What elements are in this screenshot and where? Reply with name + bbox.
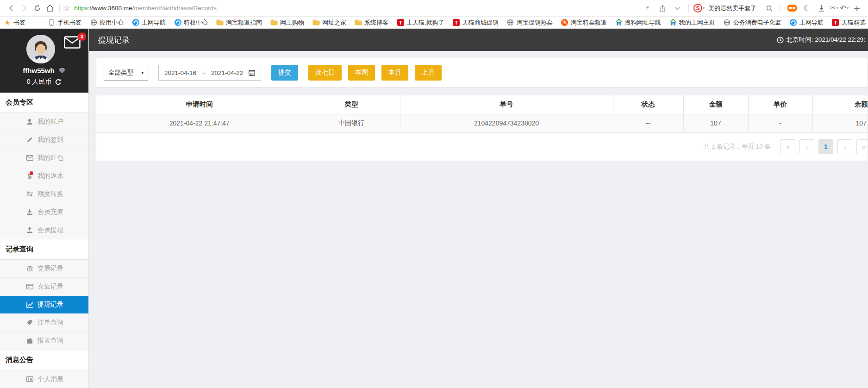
balance-refresh-icon[interactable]: [55, 79, 62, 85]
sogou-extension-icon[interactable]: S▾: [693, 2, 705, 15]
bookmark-item[interactable]: T天猫商城促销: [453, 19, 499, 27]
sidebar-item-deposit-records[interactable]: 充值记录: [0, 278, 88, 296]
bookmark-item[interactable]: 特权中心: [174, 19, 208, 27]
sidebar-item-withdrawal-records[interactable]: 提现记录: [0, 296, 88, 314]
bookmark-star-icon[interactable]: ☆: [63, 4, 70, 12]
filter-panel: 全部类型 ▾ 2021-04-16 ~ 2021-04-22 提交 近七日 本周…: [96, 58, 868, 88]
pagination-prev-button[interactable]: ‹: [799, 139, 814, 154]
tags-icon: [26, 319, 33, 326]
bookmark-item[interactable]: 上网导航: [790, 19, 824, 27]
page-title: 提现记录: [98, 35, 130, 45]
sidebar-item-bet-inquiry[interactable]: 注单查询: [0, 314, 88, 332]
sidebar-section-records: 记录查询: [0, 239, 88, 260]
back-icon[interactable]: [5, 2, 18, 15]
folder-icon: [216, 19, 224, 26]
folder-icon: [270, 19, 278, 26]
quick-range-thismonth-button[interactable]: 本月: [381, 65, 408, 81]
type-select[interactable]: 全部类型 ▾: [104, 65, 148, 81]
bookmark-item[interactable]: 淘淘宝特卖频道: [561, 19, 607, 27]
night-mode-icon[interactable]: ☾: [800, 2, 813, 15]
menu-plus-icon[interactable]: +: [850, 2, 863, 15]
cell-unit-price: -: [748, 114, 812, 132]
sidebar-item-label: 我的红包: [37, 154, 63, 162]
sidebar-item-withdraw[interactable]: 会员提现: [0, 221, 88, 239]
bookmark-item[interactable]: 淘宝促销热卖: [507, 19, 553, 27]
pagination-first-button[interactable]: «: [781, 139, 795, 154]
refresh-icon[interactable]: [31, 2, 44, 15]
sogou-nav-icon: [174, 19, 181, 26]
lightning-icon[interactable]: ⚡: [641, 2, 654, 15]
share-icon[interactable]: [656, 2, 669, 15]
sidebar-item-label: 充值记录: [37, 282, 63, 291]
search-icon[interactable]: [763, 2, 776, 15]
cell-amount: 107: [683, 114, 748, 132]
sidebar-item-label: 我的签到: [37, 136, 63, 144]
bookmark-item[interactable]: 淘宝频道指南: [216, 19, 262, 27]
sidebar-item-label: 个人消息: [37, 375, 63, 383]
sidebar-item-personal-messages[interactable]: 个人消息: [0, 370, 88, 388]
page-header: 提现记录 北京时间: 2021/04/22 22:29:: [89, 29, 868, 51]
globe-icon: [724, 19, 731, 26]
submit-button[interactable]: 提交: [271, 65, 298, 81]
pagination-page-1-button[interactable]: 1: [818, 139, 833, 154]
quick-range-lastmonth-button[interactable]: 上月: [415, 65, 442, 81]
sidebar-item-label: 我的返水: [37, 172, 63, 180]
calendar-icon: [249, 69, 255, 76]
bookmark-item[interactable]: T上天猫,就购了: [397, 19, 444, 27]
bookmark-item[interactable]: 公务消费电子化监: [724, 19, 781, 27]
sidebar-section-members: 会员专区: [0, 93, 88, 113]
sidebar-item-deposit[interactable]: 会员充值: [0, 203, 88, 221]
toolbar-divider: [59, 4, 60, 13]
messages-envelope-icon[interactable]: 0: [64, 36, 81, 49]
bookmark-item[interactable]: 系统博客: [355, 19, 388, 27]
bookmark-item[interactable]: T天猫精选: [832, 19, 866, 27]
bookmark-item[interactable]: ★书签: [4, 19, 25, 27]
screenshot-scissors-icon[interactable]: ✂▾: [830, 2, 838, 15]
withdrawal-records-table: 申请时间 类型 单号 状态 金额 单价 余额 2021-04-22 21:47:…: [96, 95, 868, 133]
bookmark-item[interactable]: 上网导航: [132, 19, 166, 27]
date-separator: ~: [202, 69, 206, 76]
bookmark-item[interactable]: 搜狗网址导航: [615, 19, 661, 27]
toolbar-divider: [688, 4, 689, 13]
sogou-nav-icon: [790, 19, 797, 26]
cell-balance: 107: [812, 114, 868, 132]
home-icon[interactable]: [44, 2, 56, 15]
col-balance: 余额: [812, 95, 868, 114]
undo-restore-icon[interactable]: ↶▾: [840, 2, 849, 15]
sidebar-item-my-checkin[interactable]: 我的签到: [0, 131, 88, 149]
pagination-last-button[interactable]: »: [856, 139, 868, 154]
envelope-icon: [26, 155, 33, 161]
balance-text: 0 人民币: [27, 78, 52, 86]
url-scheme: https: [74, 5, 87, 12]
forward-icon[interactable]: [18, 2, 31, 15]
url-host: ://www.3600.me: [88, 5, 132, 12]
bookmarks-bar: ★书签 手机书签 应用中心 上网导航 特权中心 淘宝频道指南 网上购物 网址之家…: [0, 17, 868, 29]
bookmark-item[interactable]: 网址之家: [312, 19, 346, 27]
date-from-value: 2021-04-16: [164, 69, 196, 76]
quick-range-thisweek-button[interactable]: 本周: [348, 65, 375, 81]
download-icon[interactable]: [815, 2, 828, 15]
quick-range-last7days-button[interactable]: 近七日: [308, 65, 342, 81]
sidebar-item-my-account[interactable]: 我的帐户: [0, 113, 88, 131]
globe-icon: [507, 19, 514, 26]
sidebar-item-my-rebate[interactable]: $ 我的返水: [0, 167, 88, 185]
date-range-input[interactable]: 2021-04-16 ~ 2021-04-22: [158, 65, 261, 81]
sidebar-item-transaction-records[interactable]: 交易记录: [0, 260, 88, 278]
url-field[interactable]: https://www.3600.me/member/#/withdrawalR…: [74, 5, 217, 12]
bookmark-item[interactable]: 手机书签: [48, 19, 81, 27]
clock-icon: [777, 37, 784, 44]
tmall-icon: T: [453, 19, 460, 26]
chevron-down-icon[interactable]: [671, 2, 684, 15]
sidebar-item-quota-transfer[interactable]: 额度转换: [0, 185, 88, 203]
sidebar-item-my-redpacket[interactable]: 我的红包: [0, 149, 88, 167]
sidebar-section-messages: 消息公告: [0, 350, 88, 370]
sidebar-item-report-inquiry[interactable]: 报表查询: [0, 332, 88, 350]
bookmark-item[interactable]: 我的上网主页: [669, 19, 715, 27]
pagination-next-button[interactable]: ›: [837, 139, 852, 154]
bookmark-item[interactable]: 网上购物: [270, 19, 304, 27]
bookmark-item[interactable]: 应用中心: [90, 19, 124, 27]
pencil-icon: [26, 137, 33, 143]
extension-message-text[interactable]: 美的居然卖手套了: [708, 4, 756, 13]
house-2345-icon: [615, 19, 623, 26]
game-center-icon[interactable]: [786, 2, 799, 15]
